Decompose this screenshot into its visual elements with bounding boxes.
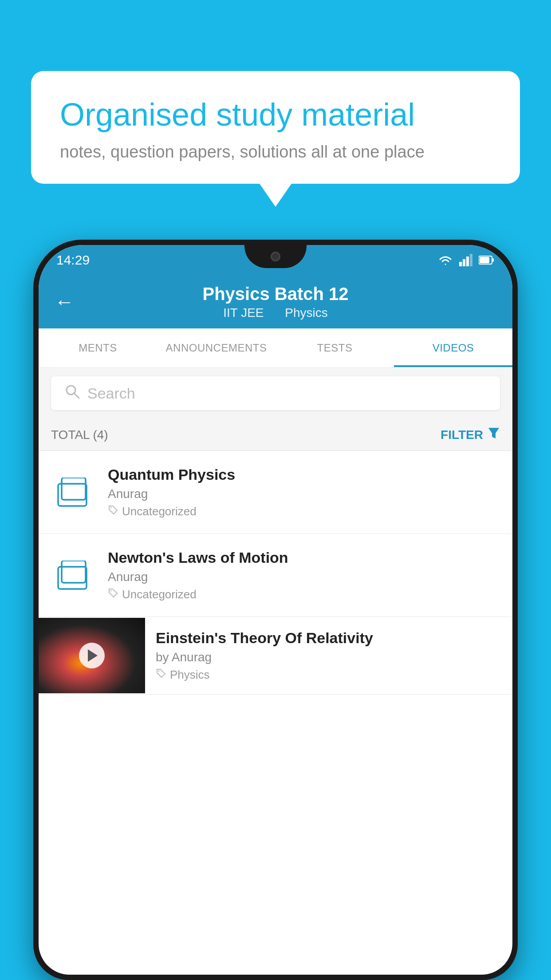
battery-icon [479,255,495,265]
search-bar[interactable]: Search [51,376,500,410]
tab-videos[interactable]: VIDEOS [394,328,512,367]
video-tag: Uncategorized [108,588,500,601]
video-thumbnail [39,618,145,693]
svg-rect-5 [480,257,489,263]
app-bar-subtitle: IIT JEE Physics [219,306,332,320]
subtitle-physics: Physics [285,306,327,320]
tag-icon [108,505,118,518]
folder-icon [57,478,89,507]
filter-label: FILTER [441,428,483,442]
svg-rect-2 [466,257,469,266]
list-item[interactable]: Quantum Physics Anurag Uncategorized [39,451,512,534]
tag-icon [156,668,166,682]
tab-ments[interactable]: MENTS [39,328,157,367]
video-title: Newton's Laws of Motion [108,549,500,566]
signal-icon [459,254,472,266]
speech-bubble: Organised study material notes, question… [31,71,520,184]
list-item[interactable]: Newton's Laws of Motion Anurag Uncategor… [39,534,512,617]
app-bar: ← Physics Batch 12 IIT JEE Physics [39,275,512,328]
tab-bar: MENTS ANNOUNCEMENTS TESTS VIDEOS [39,328,512,368]
camera [271,252,280,261]
svg-rect-6 [492,258,494,262]
video-author: Anurag [108,570,500,584]
video-tag: Uncategorized [108,505,500,518]
video-info: Newton's Laws of Motion Anurag Uncategor… [108,549,500,601]
app-bar-title: Physics Batch 12 [202,284,348,304]
bubble-subtitle: notes, question papers, solutions all at… [60,142,491,162]
search-placeholder: Search [87,385,135,402]
video-tag: Physics [156,668,502,682]
svg-marker-9 [488,428,499,439]
svg-rect-11 [62,478,86,500]
tab-tests[interactable]: TESTS [276,328,394,367]
status-icons [438,254,495,266]
notch [244,245,307,268]
video-info: Einstein's Theory Of Relativity by Anura… [145,617,512,694]
search-icon [64,383,80,403]
status-bar: 14:29 [39,245,512,275]
svg-line-8 [75,394,79,398]
tag-icon [108,588,118,601]
video-author: by Anurag [156,650,502,664]
video-info: Quantum Physics Anurag Uncategorized [108,466,500,518]
filter-funnel-icon [488,427,500,443]
search-container: Search [39,368,512,419]
tab-announcements[interactable]: ANNOUNCEMENTS [157,328,276,367]
play-icon [88,649,98,662]
back-button[interactable]: ← [55,291,74,313]
play-button[interactable] [79,643,105,668]
svg-point-12 [110,507,112,509]
bubble-title: Organised study material [60,95,491,134]
svg-point-15 [110,590,112,592]
video-icon-wrap [51,561,95,590]
status-time: 14:29 [56,253,90,268]
phone-shell: 14:29 [33,240,518,980]
svg-rect-0 [459,262,462,266]
video-list: Quantum Physics Anurag Uncategorized [39,451,512,695]
video-author: Anurag [108,487,500,501]
folder-icon [57,561,89,590]
video-icon-wrap [51,478,95,507]
svg-point-16 [158,671,160,672]
video-title: Einstein's Theory Of Relativity [156,629,502,647]
svg-rect-14 [62,561,86,583]
filter-bar: TOTAL (4) FILTER [39,419,512,451]
wifi-icon [438,254,453,266]
subtitle-iitjee: IIT JEE [223,306,264,320]
svg-rect-1 [463,259,465,266]
video-title: Quantum Physics [108,466,500,483]
list-item[interactable]: Einstein's Theory Of Relativity by Anura… [39,617,512,695]
svg-rect-3 [470,254,472,266]
phone-screen: 14:29 [39,245,512,975]
filter-button[interactable]: FILTER [441,427,500,443]
total-label: TOTAL (4) [51,428,108,442]
